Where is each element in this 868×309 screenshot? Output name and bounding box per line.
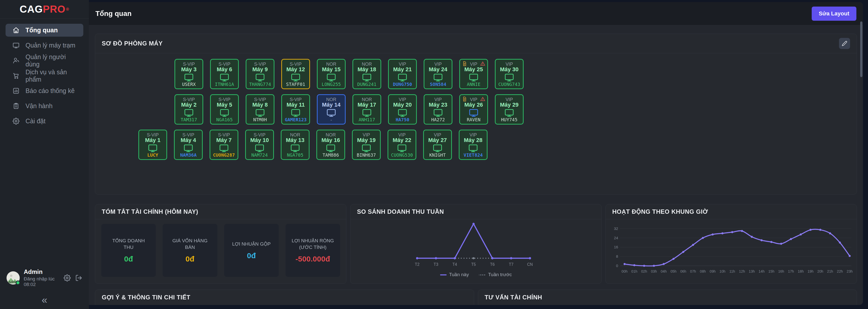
machine-username: ANH117	[359, 117, 375, 122]
svg-text:03h: 03h	[651, 269, 657, 273]
online-status-dot	[16, 280, 20, 285]
machine-card-máy-24[interactable]: VIPMáy 24SON584	[424, 59, 453, 89]
svg-text:21h: 21h	[827, 269, 833, 273]
machine-username: TAM886	[322, 153, 339, 158]
machine-card-máy-26[interactable]: VIPMáy 26RAVEN	[459, 94, 488, 124]
monitor-icon	[255, 73, 265, 82]
sidebar-item-home[interactable]: Tổng quan	[5, 24, 83, 37]
sidebar-item-users[interactable]: Quản lý người dùng	[5, 54, 83, 67]
machine-username: BINH637	[357, 153, 376, 158]
machine-card-máy-19[interactable]: VIPMáy 19BINH637	[352, 130, 381, 160]
machine-card-máy-4[interactable]: S-VIPMáy 4NAM36A	[174, 130, 203, 160]
machine-card-máy-15[interactable]: NORMáy 15LONG255	[317, 59, 346, 89]
page-title: Tổng quan	[95, 9, 131, 18]
machine-card-máy-5[interactable]: S-VIPMáy 5NGA165	[210, 94, 239, 124]
machine-card-máy-9[interactable]: S-VIPMáy 9THANG774	[246, 59, 274, 89]
machine-username: ITNH61A	[215, 82, 234, 87]
machine-card-máy-8[interactable]: S-VIPMáy 8NTM0H	[246, 94, 274, 124]
machine-tier: VIP	[505, 62, 513, 66]
svg-text:8: 8	[616, 254, 618, 258]
machine-name: Máy 15	[322, 66, 340, 73]
machine-username: SON584	[430, 82, 446, 87]
machine-card-máy-30[interactable]: VIPMáy 30CUONG743	[495, 59, 524, 89]
vertical-scrollbar-thumb[interactable]	[860, 22, 863, 77]
week-chart-svg: T2T3T4T5T6T7CN	[352, 220, 600, 270]
machine-card-máy-20[interactable]: VIPMáy 20HA750	[388, 94, 417, 124]
finance-card-value: 0đ	[186, 255, 194, 263]
machine-card-máy-2[interactable]: S-VIPMáy 2TAM317	[175, 94, 203, 124]
machine-card-máy-7[interactable]: S-VIPMáy 7CUONG287	[210, 130, 238, 160]
machine-card-máy-17[interactable]: NORMáy 17ANH117	[352, 94, 381, 124]
app-logo: CAGPRO®	[0, 0, 89, 19]
machine-card-máy-11[interactable]: S-VIPMáy 11GAMER123	[281, 94, 310, 124]
sidebar-item-clipboard[interactable]: Vận hành	[5, 100, 83, 112]
finance-card-value: 0đ	[124, 255, 133, 263]
hourly-activity-chart: 0816243200h01h02h03h04h05h06h07h08h09h10…	[606, 219, 857, 281]
svg-text:14h: 14h	[759, 269, 765, 273]
machine-card-máy-29[interactable]: VIPMáy 29HUY745	[495, 94, 524, 124]
svg-text:T3: T3	[434, 262, 438, 266]
machine-name: Máy 26	[464, 102, 483, 108]
machine-card-máy-18[interactable]: NORMáy 18DUNG241	[352, 59, 381, 89]
machine-name: Máy 22	[393, 137, 411, 143]
monitor-icon	[468, 143, 478, 153]
machine-tier: VIP	[505, 97, 513, 102]
week-chart-legend: Tuần nàyTuần trước	[352, 272, 600, 277]
machine-username: NAM724	[251, 153, 268, 158]
svg-text:05h: 05h	[671, 269, 677, 273]
finance-card: GIÁ VỐN HÀNG BÁN0đ	[163, 224, 217, 277]
sidebar-collapse-button[interactable]: «	[36, 295, 53, 305]
machine-name: Máy 18	[358, 66, 376, 73]
machine-name: Máy 16	[321, 137, 340, 143]
logout-icon[interactable]	[75, 274, 82, 281]
sidebar-item-label: Dịch vụ và sản phẩm	[26, 68, 76, 83]
machine-card-máy-3[interactable]: S-VIPMáy 3USERX	[175, 59, 203, 89]
sidebar-item-monitor[interactable]: Quản lý máy trạm	[5, 39, 83, 52]
edit-map-button[interactable]	[839, 38, 850, 49]
machine-card-máy-10[interactable]: S-VIPMáy 10NAM724	[245, 130, 274, 160]
machine-tier: S-VIP	[254, 97, 266, 102]
machine-card-máy-23[interactable]: VIPMáy 23HA272	[424, 94, 453, 124]
machine-card-máy-1[interactable]: S-VIPMáy 1LUCY	[138, 130, 167, 160]
machine-card-máy-12[interactable]: S-VIPMáy 12STAFF01	[281, 59, 310, 89]
machine-card-máy-14[interactable]: NORMáy 14-	[317, 94, 346, 124]
legend-last-week: Tuần trước	[479, 272, 512, 277]
machine-name: Máy 24	[429, 66, 447, 73]
machine-card-máy-21[interactable]: VIPMáy 21DUNG750	[388, 59, 417, 89]
machine-username: -	[330, 117, 333, 122]
main-area: Tổng quan Sửa Layout SƠ ĐỒ PHÒNG MÁY S-V…	[89, 2, 863, 305]
machine-username: VIET824	[464, 153, 483, 158]
edit-layout-button[interactable]: Sửa Layout	[812, 6, 857, 21]
machine-card-máy-16[interactable]: NORMáy 16TAM886	[316, 130, 345, 160]
machine-card-máy-13[interactable]: NORMáy 13NGA705	[281, 130, 310, 160]
machine-card-máy-25[interactable]: VIPMáy 25ANNIE	[459, 59, 488, 89]
settings-icon[interactable]	[64, 274, 71, 281]
machine-tier: VIP	[398, 133, 405, 137]
home-icon	[12, 27, 20, 34]
week-revenue-chart: T2T3T4T5T6T7CNTuần nàyTuần trước	[350, 219, 601, 281]
machine-card-máy-22[interactable]: VIPMáy 22CUONG530	[388, 130, 416, 160]
monitor-icon	[12, 42, 20, 49]
legend-this-week: Tuần này	[440, 272, 469, 277]
machine-username: DUNG241	[357, 82, 376, 87]
machine-card-máy-28[interactable]: VIPMáy 28VIET824	[459, 130, 488, 160]
sidebar-item-gear[interactable]: Cài đặt	[5, 115, 83, 128]
machine-username: HA272	[431, 117, 445, 122]
machine-username: TAM317	[181, 117, 197, 122]
svg-text:T5: T5	[471, 262, 476, 266]
machine-card-máy-27[interactable]: VIPMáy 27KNIGHT	[423, 130, 452, 160]
sidebar-item-label: Quản lý người dùng	[26, 53, 76, 68]
machine-name: Máy 20	[393, 102, 411, 108]
machine-tier: NOR	[362, 62, 372, 66]
insights-panel: GỢI Ý & THÔNG TIN CHI TIẾT	[95, 289, 474, 305]
svg-text:16h: 16h	[778, 269, 784, 273]
registered-mark: ®	[66, 7, 69, 11]
machine-name: Máy 10	[250, 137, 269, 143]
machine-card-máy-6[interactable]: S-VIPMáy 6ITNH61A	[210, 59, 239, 89]
sidebar-item-report[interactable]: Báo cáo thống kê	[5, 84, 83, 97]
machine-name: Máy 1	[145, 137, 160, 143]
session-note-icon	[462, 61, 467, 66]
sidebar-item-cart[interactable]: Dịch vụ và sản phẩm	[5, 69, 83, 82]
gear-icon	[12, 118, 20, 124]
user-name: Admin	[24, 268, 60, 275]
